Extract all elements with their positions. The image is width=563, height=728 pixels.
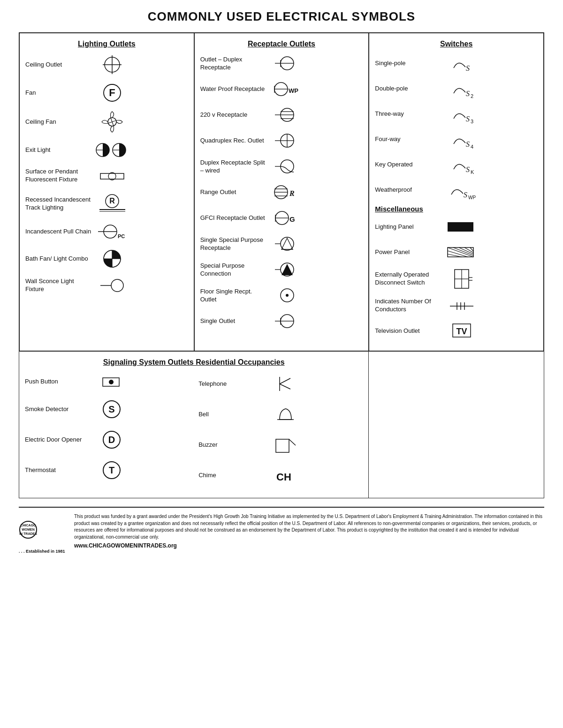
item-label: Buzzer bbox=[198, 441, 266, 449]
svg-line-102 bbox=[280, 378, 290, 384]
item-label: Three-way bbox=[375, 110, 443, 118]
item-label: Fan bbox=[25, 89, 93, 97]
list-item: Key Operated S K bbox=[375, 154, 538, 175]
svg-text:R: R bbox=[109, 197, 115, 205]
footer-url: www.CHICAGOWOMENINTRADES.org bbox=[74, 542, 544, 549]
svg-text:IN TRADES: IN TRADES bbox=[19, 532, 37, 535]
list-item: Outlet – Duplex Receptacle bbox=[200, 53, 363, 74]
list-item: Buzzer bbox=[198, 432, 363, 458]
svg-text:S: S bbox=[466, 115, 470, 123]
svg-text:WP: WP bbox=[468, 195, 476, 200]
fan-icon: F bbox=[93, 81, 131, 105]
item-label: Television Outlet bbox=[375, 327, 443, 335]
signaling-right: Telephone Bell bbox=[198, 371, 363, 493]
item-label: Water Proof Receptacle bbox=[200, 85, 268, 93]
footer-content: This product was funded by a grant award… bbox=[74, 513, 544, 549]
ceiling-fan-icon bbox=[93, 109, 131, 135]
list-item: Surface or Pendant Fluorescent Fixture bbox=[25, 165, 188, 186]
item-label: Bell bbox=[198, 411, 266, 419]
established-text: . . . Established in 1981 bbox=[19, 549, 66, 554]
svg-text:PC: PC bbox=[118, 233, 125, 239]
item-label: Single Special Purpose Receptacle bbox=[200, 236, 268, 252]
svg-text:S: S bbox=[464, 191, 467, 199]
item-label: Bath Fan/ Light Combo bbox=[25, 255, 93, 263]
list-item: Lighting Panel bbox=[375, 217, 538, 237]
list-item: Single-pole S bbox=[375, 53, 538, 74]
svg-text:WP: WP bbox=[289, 87, 298, 94]
ceiling-outlet-icon bbox=[93, 53, 131, 76]
gfci-icon: G bbox=[268, 208, 306, 229]
svg-text:2: 2 bbox=[471, 93, 473, 99]
list-item: GFCI Receptacle Outlet G bbox=[200, 208, 363, 229]
item-label: Ceiling Outlet bbox=[25, 61, 93, 69]
thermostat-icon: T bbox=[93, 458, 130, 483]
list-item: Weatherproof S WP bbox=[375, 180, 538, 200]
list-item: Duplex Receptacle Split – wired bbox=[200, 156, 363, 177]
svg-line-76 bbox=[453, 248, 473, 255]
single-outlet-icon bbox=[268, 311, 306, 332]
svg-point-94 bbox=[109, 380, 114, 384]
list-item: Television Outlet TV bbox=[375, 321, 538, 341]
list-item: Four-way S 4 bbox=[375, 129, 538, 150]
item-label: Ceiling Fan bbox=[25, 118, 93, 126]
receptacle-panel: Receptacle Outlets Outlet – Duplex Recep… bbox=[194, 33, 369, 351]
list-item: Bath Fan/ Light Combo bbox=[25, 247, 188, 270]
disconnect-icon bbox=[443, 267, 480, 291]
item-label: Surface or Pendant Fluorescent Fixture bbox=[25, 168, 93, 184]
svg-text:TV: TV bbox=[456, 327, 467, 336]
door-opener-icon: D bbox=[93, 427, 130, 453]
split-wired-icon bbox=[268, 156, 306, 177]
lighting-panel: Lighting Outlets Ceiling Outlet Fan F bbox=[19, 33, 194, 351]
list-item: Three-way S 3 bbox=[375, 104, 538, 124]
switch-key-icon: S K bbox=[443, 155, 480, 174]
list-item: Range Outlet R bbox=[200, 182, 363, 203]
push-button-icon bbox=[93, 372, 130, 391]
recessed-icon: R bbox=[93, 191, 131, 217]
item-label: Recessed Incandescent Track Lighting bbox=[25, 196, 93, 212]
item-label: Lighting Panel bbox=[375, 223, 443, 231]
item-label: Four-way bbox=[375, 135, 443, 143]
svg-text:CHICAGO: CHICAGO bbox=[20, 524, 36, 527]
list-item: Special Purpose Connection bbox=[200, 259, 363, 280]
svg-marker-51 bbox=[282, 238, 293, 249]
item-label: Key Operated bbox=[375, 161, 443, 169]
svg-text:R: R bbox=[289, 189, 295, 197]
svg-point-50 bbox=[281, 237, 294, 250]
item-label: Double-pole bbox=[375, 85, 443, 93]
tv-outlet-icon: TV bbox=[443, 322, 480, 340]
signaling-left: Push Button Smoke Detector S bbox=[25, 371, 189, 493]
list-item: Wall Sconce Light Fixture bbox=[25, 275, 188, 296]
switches-panel: Switches Single-pole S Double-pole S 2 bbox=[369, 33, 544, 351]
list-item: Water Proof Receptacle WP bbox=[200, 79, 363, 100]
page-title: COMMONLY USED ELECTRICAL SYMBOLS bbox=[19, 9, 544, 24]
footer: CHICAGO WOMEN IN TRADES . . . Establishe… bbox=[19, 507, 544, 554]
list-item: Quadruplex Rec. Outlet bbox=[200, 130, 363, 151]
exit-light-icon bbox=[93, 140, 131, 161]
svg-text:4: 4 bbox=[471, 144, 473, 150]
svg-rect-10 bbox=[100, 173, 124, 179]
item-label: Telephone bbox=[198, 380, 266, 388]
wall-sconce-icon bbox=[93, 276, 131, 295]
list-item: Chime CH bbox=[198, 463, 363, 488]
bath-fan-icon bbox=[93, 247, 131, 270]
floor-single-icon bbox=[268, 285, 306, 306]
item-label: Power Panel bbox=[375, 248, 443, 256]
pull-chain-icon: PC bbox=[93, 221, 131, 242]
bell-icon bbox=[266, 402, 304, 428]
buzzer-icon bbox=[266, 432, 304, 458]
item-label: Weatherproof bbox=[375, 186, 443, 194]
svg-text:S: S bbox=[466, 90, 470, 98]
item-label: 220 v Receptacle bbox=[200, 111, 268, 119]
signaling-title: Signaling System Outlets Residential Occ… bbox=[25, 358, 363, 367]
svg-line-103 bbox=[280, 384, 290, 389]
item-label: Single-pole bbox=[375, 60, 443, 68]
svg-line-106 bbox=[289, 439, 296, 445]
svg-rect-73 bbox=[448, 222, 473, 232]
item-label: Incandescent Pull Chain bbox=[25, 228, 93, 236]
svg-text:F: F bbox=[109, 87, 115, 98]
item-label: Electric Door Opener bbox=[25, 436, 93, 444]
empty-right-panel bbox=[369, 352, 544, 498]
svg-text:S: S bbox=[108, 404, 114, 414]
item-label: Exit Light bbox=[25, 146, 93, 154]
item-label: GFCI Receptacle Outlet bbox=[200, 214, 268, 222]
